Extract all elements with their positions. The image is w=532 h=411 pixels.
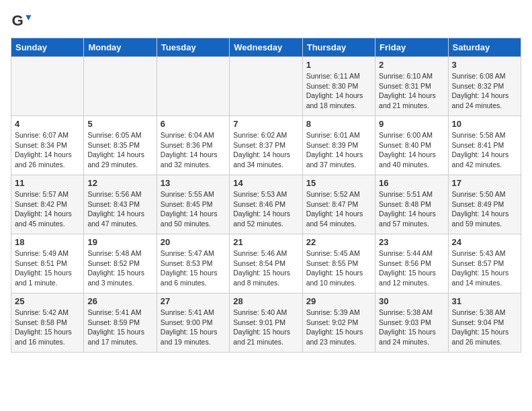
day-number: 18 bbox=[15, 237, 80, 247]
day-number: 27 bbox=[161, 296, 226, 306]
day-number: 9 bbox=[379, 119, 444, 129]
day-number: 31 bbox=[452, 296, 517, 306]
day-number: 26 bbox=[87, 296, 152, 306]
calendar-week-row: 1Sunrise: 6:11 AM Sunset: 8:30 PM Daylig… bbox=[11, 57, 521, 116]
column-header-tuesday: Tuesday bbox=[157, 38, 229, 57]
day-number: 17 bbox=[452, 178, 517, 188]
day-info: Sunrise: 5:49 AM Sunset: 8:51 PM Dayligh… bbox=[15, 248, 80, 288]
calendar-week-row: 25Sunrise: 5:42 AM Sunset: 8:58 PM Dayli… bbox=[11, 293, 521, 353]
calendar-week-row: 4Sunrise: 6:07 AM Sunset: 8:34 PM Daylig… bbox=[11, 116, 521, 175]
day-number: 15 bbox=[306, 178, 371, 188]
column-header-thursday: Thursday bbox=[302, 38, 375, 57]
day-info: Sunrise: 5:38 AM Sunset: 9:04 PM Dayligh… bbox=[452, 308, 517, 347]
day-info: Sunrise: 6:07 AM Sunset: 8:34 PM Dayligh… bbox=[15, 130, 80, 170]
calendar-cell: 7Sunrise: 6:02 AM Sunset: 8:37 PM Daylig… bbox=[230, 116, 302, 175]
day-info: Sunrise: 5:41 AM Sunset: 8:59 PM Dayligh… bbox=[87, 308, 152, 347]
calendar-cell: 13Sunrise: 5:55 AM Sunset: 8:45 PM Dayli… bbox=[157, 175, 229, 234]
calendar-cell: 28Sunrise: 5:40 AM Sunset: 9:01 PM Dayli… bbox=[230, 293, 302, 353]
calendar-cell: 12Sunrise: 5:56 AM Sunset: 8:43 PM Dayli… bbox=[84, 175, 157, 234]
day-info: Sunrise: 6:01 AM Sunset: 8:39 PM Dayligh… bbox=[306, 130, 371, 170]
calendar-cell bbox=[84, 57, 157, 116]
calendar-cell: 25Sunrise: 5:42 AM Sunset: 8:58 PM Dayli… bbox=[11, 293, 84, 353]
calendar-week-row: 11Sunrise: 5:57 AM Sunset: 8:42 PM Dayli… bbox=[11, 175, 521, 234]
day-number: 23 bbox=[379, 237, 444, 247]
calendar-cell: 31Sunrise: 5:38 AM Sunset: 9:04 PM Dayli… bbox=[448, 293, 521, 353]
calendar-cell: 10Sunrise: 5:58 AM Sunset: 8:41 PM Dayli… bbox=[448, 116, 521, 175]
day-info: Sunrise: 5:48 AM Sunset: 8:52 PM Dayligh… bbox=[87, 248, 152, 288]
calendar-cell bbox=[230, 57, 302, 116]
column-header-wednesday: Wednesday bbox=[230, 38, 302, 57]
day-number: 12 bbox=[87, 178, 152, 188]
day-number: 8 bbox=[306, 119, 371, 129]
column-header-sunday: Sunday bbox=[11, 38, 84, 57]
day-info: Sunrise: 5:45 AM Sunset: 8:55 PM Dayligh… bbox=[306, 248, 371, 288]
calendar-cell: 15Sunrise: 5:52 AM Sunset: 8:47 PM Dayli… bbox=[302, 175, 375, 234]
svg-marker-1 bbox=[26, 15, 31, 20]
calendar-cell: 1Sunrise: 6:11 AM Sunset: 8:30 PM Daylig… bbox=[302, 57, 375, 116]
calendar-cell: 14Sunrise: 5:53 AM Sunset: 8:46 PM Dayli… bbox=[230, 175, 302, 234]
calendar-cell bbox=[157, 57, 229, 116]
day-info: Sunrise: 6:10 AM Sunset: 8:31 PM Dayligh… bbox=[379, 71, 444, 111]
day-info: Sunrise: 5:47 AM Sunset: 8:53 PM Dayligh… bbox=[161, 248, 226, 288]
day-number: 7 bbox=[233, 119, 298, 129]
calendar-cell: 22Sunrise: 5:45 AM Sunset: 8:55 PM Dayli… bbox=[302, 234, 375, 293]
page-header: G bbox=[11, 11, 521, 32]
calendar-cell: 8Sunrise: 6:01 AM Sunset: 8:39 PM Daylig… bbox=[302, 116, 375, 175]
day-number: 20 bbox=[161, 237, 226, 247]
day-info: Sunrise: 5:58 AM Sunset: 8:41 PM Dayligh… bbox=[452, 130, 517, 170]
column-header-saturday: Saturday bbox=[448, 38, 521, 57]
calendar-cell: 29Sunrise: 5:39 AM Sunset: 9:02 PM Dayli… bbox=[302, 293, 375, 353]
calendar-cell: 19Sunrise: 5:48 AM Sunset: 8:52 PM Dayli… bbox=[84, 234, 157, 293]
day-number: 3 bbox=[452, 60, 517, 70]
day-info: Sunrise: 5:41 AM Sunset: 9:00 PM Dayligh… bbox=[161, 308, 226, 347]
day-info: Sunrise: 5:44 AM Sunset: 8:56 PM Dayligh… bbox=[379, 248, 444, 288]
calendar-cell: 21Sunrise: 5:46 AM Sunset: 8:54 PM Dayli… bbox=[230, 234, 302, 293]
calendar-cell: 3Sunrise: 6:08 AM Sunset: 8:32 PM Daylig… bbox=[448, 57, 521, 116]
calendar-table: SundayMondayTuesdayWednesdayThursdayFrid… bbox=[11, 38, 521, 353]
calendar-cell: 11Sunrise: 5:57 AM Sunset: 8:42 PM Dayli… bbox=[11, 175, 84, 234]
day-info: Sunrise: 5:38 AM Sunset: 9:03 PM Dayligh… bbox=[379, 308, 444, 347]
calendar-cell: 27Sunrise: 5:41 AM Sunset: 9:00 PM Dayli… bbox=[157, 293, 229, 353]
day-info: Sunrise: 5:43 AM Sunset: 8:57 PM Dayligh… bbox=[452, 248, 517, 288]
day-number: 16 bbox=[379, 178, 444, 188]
column-header-friday: Friday bbox=[375, 38, 448, 57]
day-info: Sunrise: 5:51 AM Sunset: 8:48 PM Dayligh… bbox=[379, 189, 444, 229]
calendar-week-row: 18Sunrise: 5:49 AM Sunset: 8:51 PM Dayli… bbox=[11, 234, 521, 293]
day-info: Sunrise: 5:46 AM Sunset: 8:54 PM Dayligh… bbox=[233, 248, 298, 288]
calendar-cell: 18Sunrise: 5:49 AM Sunset: 8:51 PM Dayli… bbox=[11, 234, 84, 293]
calendar-cell: 6Sunrise: 6:04 AM Sunset: 8:36 PM Daylig… bbox=[157, 116, 229, 175]
day-info: Sunrise: 5:39 AM Sunset: 9:02 PM Dayligh… bbox=[306, 308, 371, 347]
day-number: 24 bbox=[452, 237, 517, 247]
calendar-cell: 4Sunrise: 6:07 AM Sunset: 8:34 PM Daylig… bbox=[11, 116, 84, 175]
day-number: 6 bbox=[161, 119, 226, 129]
day-number: 14 bbox=[233, 178, 298, 188]
day-number: 29 bbox=[306, 296, 371, 306]
day-number: 19 bbox=[87, 237, 152, 247]
day-number: 25 bbox=[15, 296, 80, 306]
day-number: 22 bbox=[306, 237, 371, 247]
logo-icon: G bbox=[11, 11, 32, 32]
day-info: Sunrise: 5:52 AM Sunset: 8:47 PM Dayligh… bbox=[306, 189, 371, 229]
calendar-cell: 24Sunrise: 5:43 AM Sunset: 8:57 PM Dayli… bbox=[448, 234, 521, 293]
calendar-cell: 30Sunrise: 5:38 AM Sunset: 9:03 PM Dayli… bbox=[375, 293, 448, 353]
day-number: 13 bbox=[161, 178, 226, 188]
calendar-cell: 16Sunrise: 5:51 AM Sunset: 8:48 PM Dayli… bbox=[375, 175, 448, 234]
day-info: Sunrise: 5:50 AM Sunset: 8:49 PM Dayligh… bbox=[452, 189, 517, 229]
day-info: Sunrise: 5:55 AM Sunset: 8:45 PM Dayligh… bbox=[161, 189, 226, 229]
svg-text:G: G bbox=[12, 12, 24, 29]
logo: G bbox=[11, 11, 35, 32]
calendar-cell: 20Sunrise: 5:47 AM Sunset: 8:53 PM Dayli… bbox=[157, 234, 229, 293]
calendar-cell: 23Sunrise: 5:44 AM Sunset: 8:56 PM Dayli… bbox=[375, 234, 448, 293]
day-info: Sunrise: 6:11 AM Sunset: 8:30 PM Dayligh… bbox=[306, 71, 371, 111]
calendar-cell: 26Sunrise: 5:41 AM Sunset: 8:59 PM Dayli… bbox=[84, 293, 157, 353]
day-info: Sunrise: 5:40 AM Sunset: 9:01 PM Dayligh… bbox=[233, 308, 298, 347]
day-number: 5 bbox=[87, 119, 152, 129]
column-header-monday: Monday bbox=[84, 38, 157, 57]
day-number: 28 bbox=[233, 296, 298, 306]
day-number: 4 bbox=[15, 119, 80, 129]
calendar-cell: 2Sunrise: 6:10 AM Sunset: 8:31 PM Daylig… bbox=[375, 57, 448, 116]
day-number: 11 bbox=[15, 178, 80, 188]
day-info: Sunrise: 6:08 AM Sunset: 8:32 PM Dayligh… bbox=[452, 71, 517, 111]
calendar-cell: 17Sunrise: 5:50 AM Sunset: 8:49 PM Dayli… bbox=[448, 175, 521, 234]
calendar-cell bbox=[11, 57, 84, 116]
